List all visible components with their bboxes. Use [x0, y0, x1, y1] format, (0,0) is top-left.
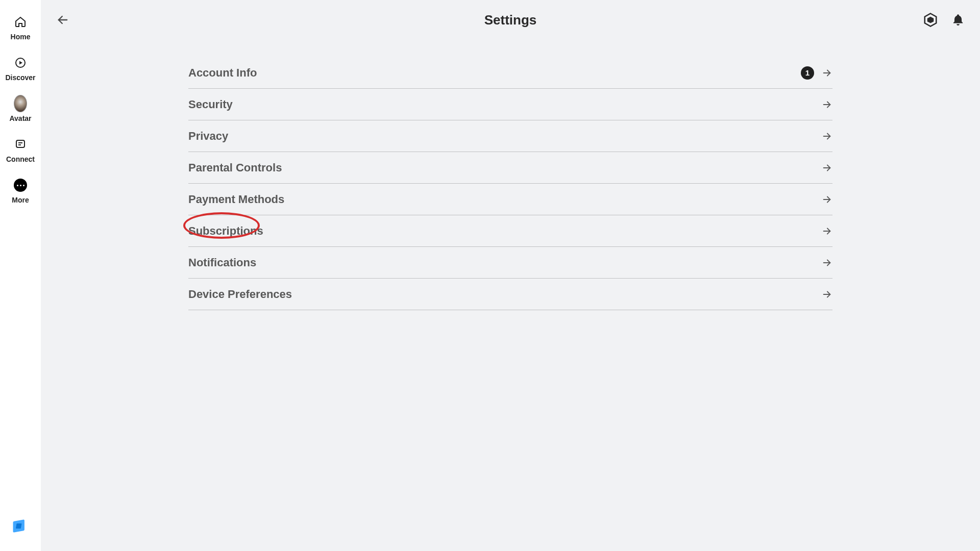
settings-row-account-info[interactable]: Account Info 1	[188, 57, 832, 89]
svg-rect-1	[16, 140, 24, 147]
chevron-right-icon	[821, 99, 832, 110]
sidebar-item-label: Home	[11, 33, 31, 41]
settings-row-payment-methods[interactable]: Payment Methods	[188, 184, 832, 215]
chevron-right-icon	[821, 131, 832, 142]
settings-row-privacy[interactable]: Privacy	[188, 120, 832, 152]
sidebar-item-connect[interactable]: Connect	[0, 138, 41, 163]
settings-row-label: Device Preferences	[188, 288, 292, 301]
chevron-right-icon	[821, 67, 832, 79]
sidebar-item-more[interactable]: More	[0, 179, 41, 204]
settings-row-label: Privacy	[188, 130, 228, 143]
svg-marker-3	[927, 17, 934, 23]
sidebar-item-label: More	[12, 196, 29, 204]
chevron-right-icon	[821, 289, 832, 300]
roblox-studio-logo-icon[interactable]	[11, 520, 29, 536]
topbar: Settings	[41, 0, 980, 40]
main-content: Settings Account Info 1 Security	[41, 0, 980, 551]
home-icon	[14, 15, 27, 29]
play-circle-icon	[14, 56, 27, 69]
settings-row-label: Payment Methods	[188, 193, 284, 206]
sidebar-item-avatar[interactable]: Avatar	[0, 97, 41, 122]
page-title: Settings	[484, 12, 537, 28]
sidebar-item-home[interactable]: Home	[0, 15, 41, 41]
notifications-icon[interactable]	[950, 12, 966, 28]
settings-row-label: Notifications	[188, 256, 256, 269]
sidebar-item-discover[interactable]: Discover	[0, 56, 41, 82]
settings-row-label: Parental Controls	[188, 161, 282, 174]
sidebar: Home Discover Avatar Connect More	[0, 0, 41, 551]
chat-icon	[14, 138, 27, 151]
settings-row-device-preferences[interactable]: Device Preferences	[188, 279, 832, 310]
sidebar-item-label: Avatar	[9, 114, 31, 122]
settings-row-label: Account Info	[188, 66, 257, 80]
settings-row-parental-controls[interactable]: Parental Controls	[188, 152, 832, 184]
settings-row-label: Subscriptions	[188, 224, 263, 238]
sidebar-item-label: Connect	[6, 155, 35, 163]
avatar-icon	[14, 97, 27, 110]
chevron-right-icon	[821, 162, 832, 173]
notification-badge: 1	[801, 66, 814, 80]
robux-icon[interactable]	[923, 12, 938, 28]
topbar-right	[923, 0, 966, 40]
settings-row-notifications[interactable]: Notifications	[188, 247, 832, 279]
settings-row-security[interactable]: Security	[188, 89, 832, 120]
back-button[interactable]	[55, 12, 70, 28]
settings-list: Account Info 1 Security Privacy	[188, 57, 832, 310]
more-icon	[14, 179, 27, 192]
chevron-right-icon	[821, 194, 832, 205]
chevron-right-icon	[821, 226, 832, 237]
chevron-right-icon	[821, 257, 832, 268]
settings-row-label: Security	[188, 98, 233, 111]
settings-row-subscriptions[interactable]: Subscriptions	[188, 215, 832, 247]
sidebar-item-label: Discover	[5, 73, 35, 82]
